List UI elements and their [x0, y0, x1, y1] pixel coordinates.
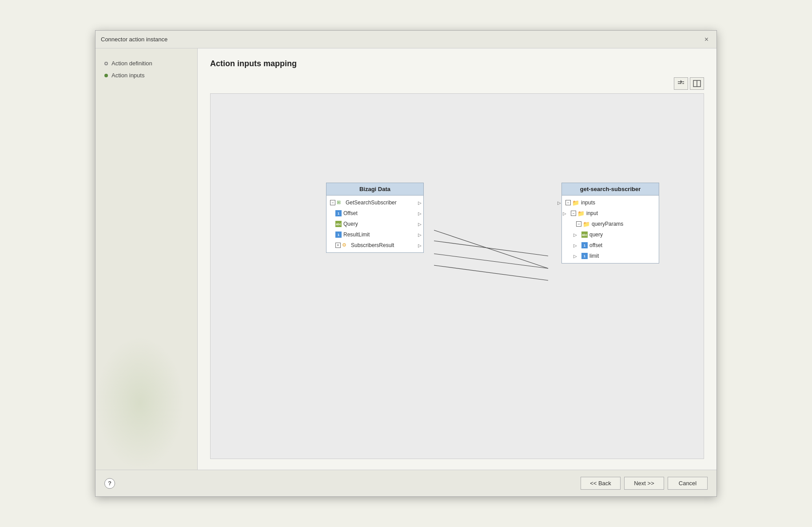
sidebar-label-action-inputs: Action inputs [111, 72, 144, 79]
svg-line-8 [434, 241, 548, 256]
sidebar-label-action-definition: Action definition [111, 60, 152, 67]
right-node-title: get-search-subscriber [562, 183, 659, 196]
left-row-label-resultLimit: ResultLimit [343, 232, 370, 238]
left-node-title: Bizagi Data [326, 183, 423, 196]
cancel-button[interactable]: Cancel [668, 477, 708, 490]
left-arrow-query-r: ▷ [573, 232, 577, 237]
right-row-query[interactable]: ▷ abc query [578, 229, 659, 240]
close-button[interactable]: × [702, 35, 711, 44]
toolbar [210, 77, 704, 90]
arrow-query: ▷ [418, 222, 422, 227]
right-row-offset[interactable]: ▷ 1 offset [578, 240, 659, 251]
canvas-inner: Bizagi Data − ⊞ GetSearchSubscriber ▷ [211, 94, 704, 459]
dialog-body: Action definition Action inputs Action i… [96, 48, 716, 470]
right-row-queryParams[interactable]: − 📁 queryParams [573, 219, 659, 229]
layout-icon-2 [693, 80, 701, 87]
right-row-label-limit: limit [589, 253, 599, 259]
svg-line-10 [434, 265, 548, 280]
left-row-label-offset: Offset [343, 210, 358, 216]
folder-icon-input: 📁 [577, 210, 585, 216]
titlebar: Connector action instance × [96, 31, 716, 48]
layout-btn-2[interactable] [690, 77, 704, 90]
sidebar: Action definition Action inputs [96, 48, 198, 470]
sidebar-item-action-inputs[interactable]: Action inputs [103, 69, 190, 81]
right-row-label-queryParams: queryParams [592, 221, 623, 227]
arrow-subscribersResult: ▷ [418, 243, 422, 248]
expand-icon-input: − [571, 211, 576, 216]
footer-left: ? [104, 478, 115, 489]
int-icon-offset: 1 [335, 210, 342, 216]
right-row-label-inputs: inputs [581, 200, 595, 206]
folder-icon-inputs: 📁 [572, 200, 579, 206]
left-row-label-query: Query [343, 221, 358, 227]
mapping-canvas: Bizagi Data − ⊞ GetSearchSubscriber ▷ [210, 93, 704, 459]
complex-icon-subscribersResult: ⚙ [342, 242, 349, 248]
dialog-footer: ? << Back Next >> Cancel [96, 470, 716, 496]
svg-line-9 [434, 254, 548, 268]
left-row-resultLimit[interactable]: 1 ResultLimit ▷ [332, 229, 423, 240]
left-row-query[interactable]: abc Query ▷ [332, 219, 423, 229]
right-row-input[interactable]: ▷ − 📁 input [567, 208, 659, 219]
int-icon-resultLimit: 1 [335, 232, 342, 238]
page-title: Action inputs mapping [210, 59, 704, 68]
arrow-getSearchSubscriber: ▷ [418, 200, 422, 205]
right-row-label-input: input [586, 210, 598, 216]
int-icon-limit: 1 [581, 253, 588, 259]
sidebar-item-action-definition[interactable]: Action definition [103, 57, 190, 69]
arrow-offset: ▷ [418, 211, 422, 216]
abc-icon-query-r: abc [581, 232, 588, 238]
left-arrow-inputs: ▷ [557, 200, 561, 205]
left-row-label-subscribersResult: SubscribersResult [351, 242, 394, 248]
folder-icon-queryParams: 📁 [583, 221, 590, 227]
left-arrow-input: ▷ [563, 211, 566, 216]
svg-line-7 [434, 230, 548, 268]
right-node-rows: ▷ − 📁 inputs ▷ − 📁 input [562, 196, 659, 263]
back-button[interactable]: << Back [581, 477, 621, 490]
sidebar-bullet-action-inputs [104, 74, 108, 77]
left-node: Bizagi Data − ⊞ GetSearchSubscriber ▷ [326, 183, 424, 253]
left-row-getSearchSubscriber[interactable]: − ⊞ GetSearchSubscriber ▷ [326, 197, 423, 208]
right-node: get-search-subscriber ▷ − 📁 inputs [561, 183, 659, 264]
next-button[interactable]: Next >> [624, 477, 664, 490]
footer-right: << Back Next >> Cancel [581, 477, 708, 490]
right-row-limit[interactable]: ▷ 1 limit [578, 251, 659, 261]
right-row-label-offset: offset [589, 242, 602, 248]
dialog-title: Connector action instance [101, 36, 167, 43]
dialog: Connector action instance × Action defin… [95, 30, 717, 497]
table-icon: ⊞ [337, 200, 344, 206]
int-icon-offset-r: 1 [581, 242, 588, 248]
left-row-label-getSearchSubscriber: GetSearchSubscriber [346, 200, 397, 206]
left-arrow-offset-r: ▷ [573, 243, 577, 248]
left-node-rows: − ⊞ GetSearchSubscriber ▷ 1 Offset ▷ [326, 196, 423, 252]
arrow-resultLimit: ▷ [418, 232, 422, 237]
layout-icon-1 [677, 80, 685, 87]
connections-svg [211, 94, 704, 459]
sidebar-bullet-action-definition [104, 62, 108, 65]
expand-icon-inputs: − [565, 200, 571, 205]
abc-icon-query: abc [335, 221, 342, 227]
left-row-subscribersResult[interactable]: + ⚙ SubscribersResult ▷ [332, 240, 423, 251]
left-arrow-limit: ▷ [573, 254, 577, 259]
right-row-inputs[interactable]: ▷ − 📁 inputs [562, 197, 659, 208]
expand-icon-getSearchSubscriber: − [330, 200, 335, 205]
left-row-offset[interactable]: 1 Offset ▷ [332, 208, 423, 219]
layout-btn-1[interactable] [674, 77, 688, 90]
expand-icon-subscribersResult: + [335, 243, 341, 248]
expand-icon-queryParams: − [576, 221, 581, 227]
decorative-bg [96, 336, 184, 470]
svg-marker-4 [681, 80, 682, 84]
right-row-label-query: query [589, 232, 603, 238]
help-button[interactable]: ? [104, 478, 115, 489]
main-content: Action inputs mapping [198, 48, 716, 470]
